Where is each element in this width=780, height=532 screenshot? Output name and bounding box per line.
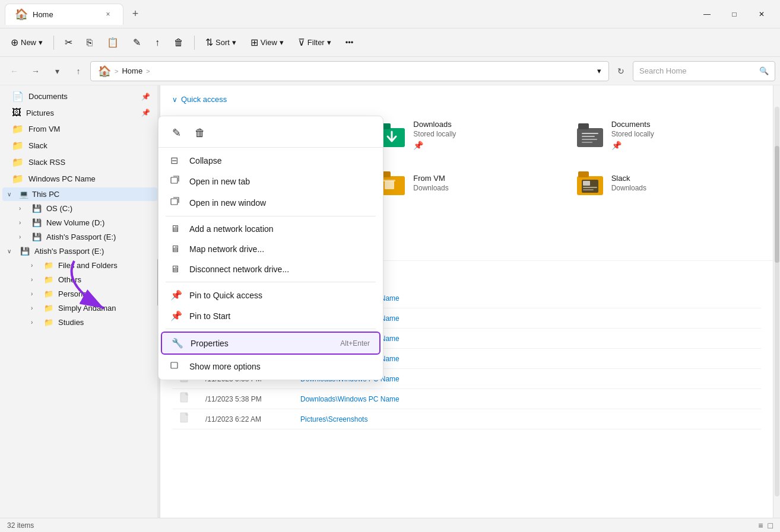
sidebar-item-passport-e[interactable]: › 💾 Atish's Passport (E:) (2, 230, 157, 244)
share-button[interactable]: ↑ (149, 32, 166, 53)
ctx-pin-quickaccess-item[interactable]: 📌 Pin to Quick access (161, 285, 381, 305)
ctx-disconnect-drive-item[interactable]: 🖥 Disconnect network drive... (161, 259, 381, 279)
ctx-properties-icon: 🔧 (172, 337, 183, 349)
grid-view-icon[interactable]: □ (768, 521, 773, 530)
forward-button[interactable]: → (26, 62, 45, 81)
sidebar-item-studies[interactable]: › 📁 Studies (2, 316, 157, 329)
ctx-delete-button[interactable]: 🗑 (189, 122, 211, 144)
ctx-map-drive-item[interactable]: 🖥 Map network drive... (161, 239, 381, 259)
personal-expand-icon: › (31, 291, 39, 297)
quickaccess-header[interactable]: ∨ Quick access (160, 85, 773, 109)
folder-card-slack[interactable]: Slack Downloads (568, 161, 761, 205)
svg-rect-36 (171, 177, 177, 183)
ctx-open-newtab-icon (170, 176, 182, 187)
folder-card-fromvm[interactable]: From VM Downloads (370, 161, 563, 205)
paste-button[interactable]: 📋 (101, 32, 125, 53)
folder-card-documents[interactable]: Documents Stored locally 📌 (568, 113, 761, 157)
filter-button[interactable]: ⊽ Filter ▾ (292, 32, 337, 53)
minimize-button[interactable]: — (693, 5, 721, 24)
copy-icon: ⎘ (87, 37, 93, 48)
more-button[interactable]: ••• (340, 32, 360, 53)
tab-home[interactable]: 🏠 Home × (5, 4, 123, 25)
path-dropdown-icon[interactable]: ▾ (597, 66, 601, 75)
fromvm-label: From VM (28, 125, 150, 133)
slackrss-label: Slack RSS (28, 158, 150, 167)
ctx-add-network-item[interactable]: 🖥 Add a network location (161, 219, 381, 239)
ctx-rename-button[interactable]: ✎ (166, 122, 187, 144)
table-row[interactable]: /11/2023 6:22 AM Pictures\Screenshots (172, 409, 761, 429)
sidebar-item-slackrss[interactable]: 📁 Slack RSS (2, 154, 157, 170)
scrollbar-thumb[interactable] (775, 146, 779, 263)
studies-expand-icon: › (31, 319, 39, 326)
ctx-pin-start-label: Pin to Start (189, 311, 371, 321)
up-icon: ↑ (77, 66, 81, 76)
copy-button[interactable]: ⎘ (81, 32, 99, 53)
quickaccess-label: Quick access (181, 95, 227, 104)
slack-icon: 📁 (12, 140, 24, 151)
sidebar-item-pictures[interactable]: 🖼 Pictures 📌 (2, 105, 157, 120)
ctx-more-options-item[interactable]: Show more options (161, 356, 381, 377)
new-tab-button[interactable]: + (126, 5, 145, 24)
osc-expand-icon: › (19, 205, 27, 212)
ctx-open-newwindow-item[interactable]: Open in new window (161, 192, 381, 214)
sidebar-item-passport-e2[interactable]: ∨ 💾 Atish's Passport (E:) (2, 244, 157, 258)
sidebar-item-osc[interactable]: › 💾 OS (C:) (2, 202, 157, 215)
thispc-expand-icon: ∨ (7, 191, 15, 197)
ctx-more-options-label: Show more options (189, 362, 371, 371)
context-menu: ✎ 🗑 ⊟ Collapse Open in new tab Open in n… (158, 116, 383, 380)
cut-icon: ✂ (65, 37, 72, 48)
content-scrollbar[interactable] (773, 85, 780, 518)
svg-rect-19 (385, 181, 394, 189)
path-separator-icon: > (115, 68, 118, 75)
close-button[interactable]: ✕ (748, 5, 775, 24)
svg-rect-12 (582, 139, 597, 140)
sidebar-item-simply[interactable]: › 📁 Simply Andaman (2, 301, 157, 315)
new-arrow-icon: ▾ (39, 38, 43, 47)
main-layout: 📄 Documents 📌 🖼 Pictures 📌 📁 From VM 📁 S… (0, 85, 780, 518)
address-path[interactable]: 🏠 > Home > ▾ (90, 61, 609, 81)
sidebar-item-personal[interactable]: › 📁 Personal (2, 287, 157, 301)
file-date-cell: /11/2023 5:38 PM (198, 389, 293, 409)
rename-button[interactable]: ✎ (127, 32, 147, 53)
ctx-properties-item[interactable]: 🔧 Properties Alt+Enter (161, 332, 381, 355)
dropdown-button[interactable]: ▾ (47, 62, 66, 81)
svg-rect-20 (383, 180, 395, 181)
sidebar-item-windowspc[interactable]: 📁 Windows PC Name (2, 171, 157, 187)
path-label: Home (122, 66, 142, 75)
back-button[interactable]: ← (5, 62, 24, 81)
table-row[interactable]: /11/2023 5:38 PM Downloads\Windows PC Na… (172, 389, 761, 409)
view-button[interactable]: ⊞ View ▾ (245, 32, 290, 53)
svg-rect-11 (582, 136, 595, 137)
search-box[interactable]: Search Home 🔍 (633, 61, 775, 81)
refresh-button[interactable]: ↻ (611, 62, 630, 81)
sidebar-item-others[interactable]: › 📁 Others (2, 273, 157, 286)
sidebar-item-documents[interactable]: 📄 Documents 📌 (2, 88, 157, 104)
ctx-open-newtab-item[interactable]: Open in new tab (161, 171, 381, 192)
list-view-icon[interactable]: ≡ (758, 521, 763, 530)
cut-button[interactable]: ✂ (59, 32, 78, 53)
delete-button[interactable]: 🗑 (168, 32, 189, 53)
sidebar-item-fromvm[interactable]: 📁 From VM (2, 121, 157, 137)
ctx-collapse-item[interactable]: ⊟ Collapse (161, 150, 381, 171)
maximize-button[interactable]: □ (721, 5, 748, 24)
sidebar-item-newvol[interactable]: › 💾 New Volume (D:) (2, 216, 157, 230)
up-button[interactable]: ↑ (69, 62, 88, 81)
slack-folder-info: Slack Downloads (611, 174, 646, 192)
svg-rect-22 (578, 171, 589, 177)
ctx-pin-start-item[interactable]: 📌 Pin to Start (161, 305, 381, 326)
svg-rect-38 (171, 362, 177, 368)
tab-close-button[interactable]: × (103, 9, 113, 20)
documents-icon: 📄 (12, 91, 24, 102)
studies-label: Studies (58, 318, 84, 327)
ctx-open-newwindow-icon (170, 197, 182, 209)
sidebar-item-slack[interactable]: 📁 Slack (2, 138, 157, 154)
new-icon: ⊕ (11, 37, 18, 48)
sidebar-item-thispc[interactable]: ∨ 💻 This PC (2, 187, 157, 201)
sort-button[interactable]: ⇅ Sort ▾ (199, 32, 242, 53)
folder-card-downloads[interactable]: Downloads Stored locally 📌 (370, 113, 563, 157)
slack-folder-name: Slack (611, 174, 646, 183)
newvol-icon: 💾 (32, 218, 42, 227)
ctx-open-newwindow-label: Open in new window (189, 198, 371, 208)
new-button[interactable]: ⊕ New ▾ (5, 32, 49, 53)
sidebar-item-filesfolders[interactable]: › 📁 Files and Folders (2, 259, 157, 272)
